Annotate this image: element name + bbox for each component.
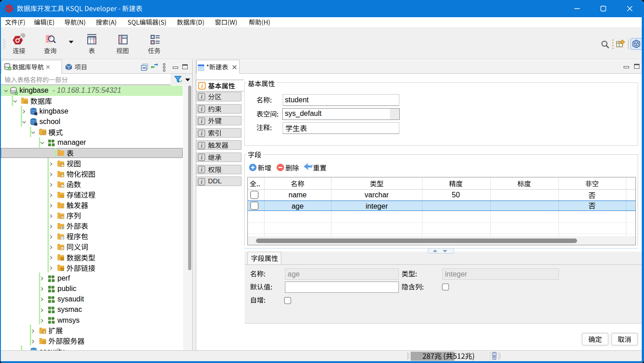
svg-text:fx: fx <box>61 185 63 187</box>
svg-text:A: A <box>62 247 63 250</box>
